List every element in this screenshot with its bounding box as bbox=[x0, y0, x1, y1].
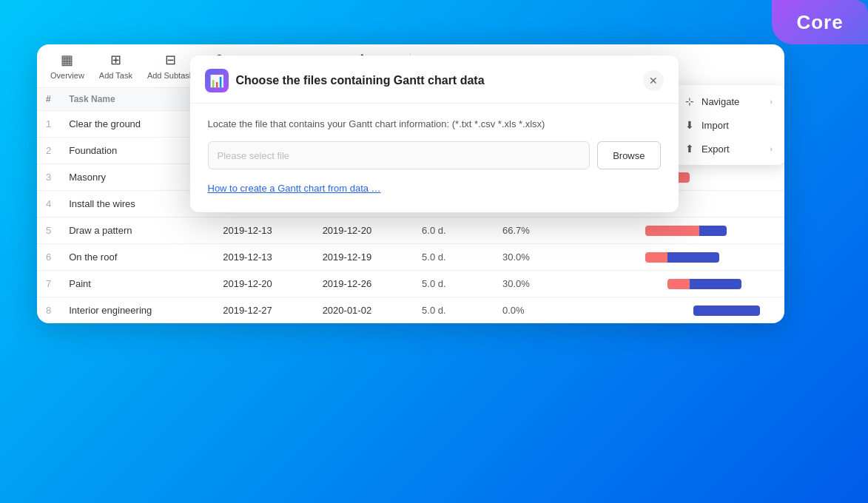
gantt-icon: 📊 bbox=[209, 74, 224, 88]
file-input-row: Please select file Browse bbox=[208, 141, 661, 169]
file-chooser-dialog: 📊 Choose the files containing Gantt char… bbox=[190, 55, 679, 212]
dialog-overlay: 📊 Choose the files containing Gantt char… bbox=[0, 0, 868, 503]
dialog-title: Choose the files containing Gantt chart … bbox=[236, 74, 485, 87]
help-link[interactable]: How to create a Gantt chart from data … bbox=[208, 183, 381, 194]
dialog-header-icon: 📊 bbox=[205, 69, 229, 92]
file-path-input[interactable]: Please select file bbox=[208, 141, 591, 169]
browse-button[interactable]: Browse bbox=[597, 141, 660, 169]
dialog-header: 📊 Choose the files containing Gantt char… bbox=[190, 55, 679, 104]
dialog-close-button[interactable]: ✕ bbox=[643, 70, 664, 91]
file-placeholder: Please select file bbox=[218, 150, 290, 161]
dialog-body: Locate the file that contains your Gantt… bbox=[190, 104, 679, 212]
dialog-description: Locate the file that contains your Gantt… bbox=[208, 118, 661, 129]
